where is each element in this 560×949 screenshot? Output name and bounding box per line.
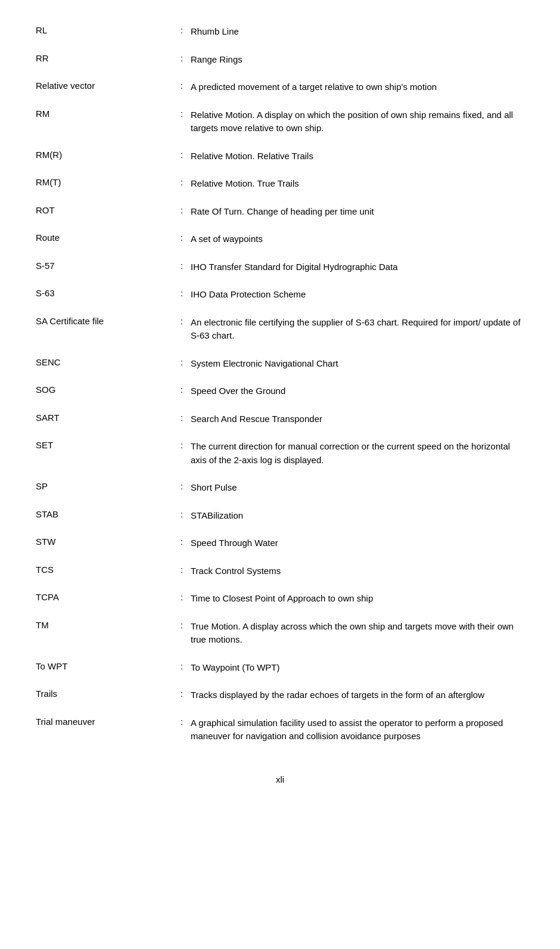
glossary-colon: : xyxy=(173,205,191,215)
glossary-colon: : xyxy=(173,440,191,450)
glossary-definition: An electronic file certifying the suppli… xyxy=(191,316,524,343)
glossary-term: RR xyxy=(36,53,173,63)
glossary-term: SA Certificate file xyxy=(36,316,173,326)
glossary-definition: A predicted movement of a target relativ… xyxy=(191,80,524,94)
glossary-definition: Search And Rescue Transponder xyxy=(191,413,524,426)
glossary-row: To WPT:To Waypoint (To WPT) xyxy=(36,654,524,682)
glossary-term: To WPT xyxy=(36,661,173,671)
glossary-row: RM:Relative Motion. A display on which t… xyxy=(36,101,524,142)
glossary-colon: : xyxy=(173,150,191,160)
glossary-definition: Relative Motion. A display on which the … xyxy=(191,108,524,135)
glossary-term: RM(R) xyxy=(36,150,173,160)
glossary-term: SP xyxy=(36,481,173,491)
glossary-colon: : xyxy=(173,509,191,519)
glossary-colon: : xyxy=(173,177,191,187)
glossary-row: Relative vector:A predicted movement of … xyxy=(36,73,524,101)
glossary-definition: Rhumb Line xyxy=(191,25,524,39)
glossary-colon: : xyxy=(173,592,191,602)
glossary-colon: : xyxy=(173,620,191,630)
glossary-row: Trails:Tracks displayed by the radar ech… xyxy=(36,681,524,709)
glossary-row: SA Certificate file:An electronic file c… xyxy=(36,309,524,350)
glossary-term: TM xyxy=(36,620,173,630)
glossary-colon: : xyxy=(173,661,191,671)
glossary-definition: Rate Of Turn. Change of heading per time… xyxy=(191,205,524,219)
glossary-colon: : xyxy=(173,53,191,63)
glossary-term: TCPA xyxy=(36,592,173,602)
glossary-row: RL:Rhumb Line xyxy=(36,18,524,46)
glossary-term: STAB xyxy=(36,509,173,519)
glossary-term: RM(T) xyxy=(36,177,173,187)
glossary-term: SART xyxy=(36,413,173,423)
glossary-colon: : xyxy=(173,413,191,423)
glossary-definition: A graphical simulation facility used to … xyxy=(191,717,524,743)
glossary-colon: : xyxy=(173,565,191,575)
glossary-term: RM xyxy=(36,108,173,119)
glossary-row: RM(R):Relative Motion. Relative Trails xyxy=(36,142,524,170)
glossary-term: SOG xyxy=(36,384,173,395)
glossary-row: SART:Search And Rescue Transponder xyxy=(36,405,524,433)
glossary-row: TCS:Track Control Systems xyxy=(36,557,524,585)
glossary-term: Relative vector xyxy=(36,80,173,91)
glossary-row: TCPA:Time to Closest Point of Approach t… xyxy=(36,585,524,613)
glossary-definition: Track Control Systems xyxy=(191,565,524,578)
glossary-definition: Range Rings xyxy=(191,53,524,67)
glossary-colon: : xyxy=(173,316,191,326)
glossary-colon: : xyxy=(173,288,191,298)
glossary-term: TCS xyxy=(36,565,173,575)
glossary-definition: To Waypoint (To WPT) xyxy=(191,661,524,675)
glossary-row: Route:A set of waypoints xyxy=(36,225,524,253)
glossary-row: SENC:System Electronic Navigational Char… xyxy=(36,350,524,378)
glossary-definition: Relative Motion. Relative Trails xyxy=(191,150,524,163)
glossary-row: TM:True Motion. A display across which t… xyxy=(36,613,524,654)
glossary-list: RL:Rhumb LineRR:Range RingsRelative vect… xyxy=(36,18,524,750)
glossary-term: Trial maneuver xyxy=(36,717,173,727)
glossary-definition: IHO Transfer Standard for Digital Hydrog… xyxy=(191,260,524,274)
glossary-definition: Relative Motion. True Trails xyxy=(191,177,524,191)
glossary-row: SP:Short Pulse xyxy=(36,474,524,502)
glossary-colon: : xyxy=(173,717,191,727)
glossary-row: SOG:Speed Over the Ground xyxy=(36,377,524,405)
glossary-term: S-63 xyxy=(36,288,173,298)
glossary-row: S-57:IHO Transfer Standard for Digital H… xyxy=(36,253,524,281)
glossary-term: Route xyxy=(36,232,173,243)
glossary-row: STW:Speed Through Water xyxy=(36,529,524,557)
glossary-row: RR:Range Rings xyxy=(36,46,524,74)
glossary-definition: A set of waypoints xyxy=(191,232,524,246)
glossary-definition: Short Pulse xyxy=(191,481,524,495)
glossary-definition: The current direction for manual correct… xyxy=(191,440,524,467)
glossary-colon: : xyxy=(173,25,191,35)
glossary-definition: STABilization xyxy=(191,509,524,523)
glossary-term: SENC xyxy=(36,357,173,367)
glossary-colon: : xyxy=(173,80,191,91)
glossary-definition: System Electronic Navigational Chart xyxy=(191,357,524,371)
page-number: xli xyxy=(276,774,284,784)
glossary-row: RM(T):Relative Motion. True Trails xyxy=(36,170,524,198)
glossary-colon: : xyxy=(173,481,191,491)
glossary-container: RL:Rhumb LineRR:Range RingsRelative vect… xyxy=(36,18,524,750)
glossary-colon: : xyxy=(173,357,191,367)
glossary-row: STAB:STABilization xyxy=(36,502,524,530)
glossary-row: Trial maneuver:A graphical simulation fa… xyxy=(36,709,524,750)
glossary-colon: : xyxy=(173,384,191,395)
glossary-colon: : xyxy=(173,108,191,119)
glossary-term: RL xyxy=(36,25,173,35)
glossary-term: Trails xyxy=(36,689,173,699)
glossary-colon: : xyxy=(173,689,191,699)
glossary-colon: : xyxy=(173,536,191,547)
glossary-definition: Speed Through Water xyxy=(191,536,524,550)
glossary-row: S-63:IHO Data Protection Scheme xyxy=(36,281,524,309)
glossary-definition: True Motion. A display across which the … xyxy=(191,620,524,647)
glossary-term: ROT xyxy=(36,205,173,215)
glossary-row: SET:The current direction for manual cor… xyxy=(36,433,524,474)
glossary-colon: : xyxy=(173,232,191,243)
glossary-colon: : xyxy=(173,260,191,271)
glossary-row: ROT:Rate Of Turn. Change of heading per … xyxy=(36,198,524,226)
glossary-term: STW xyxy=(36,536,173,547)
glossary-definition: Time to Closest Point of Approach to own… xyxy=(191,592,524,606)
glossary-term: S-57 xyxy=(36,260,173,271)
glossary-definition: Tracks displayed by the radar echoes of … xyxy=(191,689,524,702)
glossary-definition: Speed Over the Ground xyxy=(191,384,524,398)
glossary-definition: IHO Data Protection Scheme xyxy=(191,288,524,302)
glossary-term: SET xyxy=(36,440,173,450)
